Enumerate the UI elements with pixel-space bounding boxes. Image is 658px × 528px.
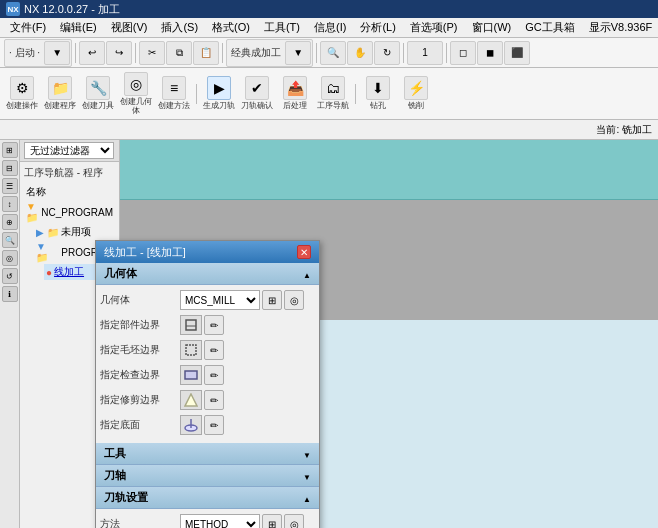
nav-item-name[interactable]: 名称: [24, 184, 115, 200]
form-row-check-bound: 指定检查边界 ✏: [100, 364, 315, 386]
tb-nav[interactable]: 🗂 工序导航: [315, 72, 351, 116]
menu-file[interactable]: 文件(F): [4, 18, 52, 37]
trim-bound-btn[interactable]: [180, 390, 202, 410]
tb-paste[interactable]: 📋: [193, 41, 219, 65]
dialog-title-bar[interactable]: 线加工 - [线加工] ✕: [96, 241, 319, 263]
side-btn-6[interactable]: 🔍: [2, 232, 18, 248]
side-strip: ⊞ ⊟ ☰ ↕ ⊕ 🔍 ◎ ↺ ℹ: [0, 140, 20, 528]
check-bound-btn[interactable]: [180, 365, 202, 385]
toolbar-row2: ⚙ 创建操作 📁 创建程序 🔧 创建刀具 ◎ 创建几何体 ≡ 创建方法 ▶ 生成…: [0, 68, 658, 120]
floor-control: ✏: [180, 415, 315, 435]
blank-bound-btn2[interactable]: ✏: [204, 340, 224, 360]
form-row-blank-bound: 指定毛坯边界 ✏: [100, 339, 315, 361]
part-bound-btn2[interactable]: ✏: [204, 315, 224, 335]
tb-zoom[interactable]: 🔍: [320, 41, 346, 65]
floor-btn[interactable]: [180, 415, 202, 435]
tb-render1[interactable]: ◻: [450, 41, 476, 65]
tb-cut[interactable]: ✂: [139, 41, 165, 65]
floor-btn2[interactable]: ✏: [204, 415, 224, 435]
tb-render2[interactable]: ◼: [477, 41, 503, 65]
tb-post[interactable]: 📤 后处理: [277, 72, 313, 116]
tb-render3[interactable]: ⬛: [504, 41, 530, 65]
dialog-title-text: 线加工 - [线加工]: [104, 245, 186, 260]
tb-num[interactable]: 1: [407, 41, 443, 65]
tb-create-op[interactable]: ⚙ 创建操作: [4, 72, 40, 116]
trim-bound-btn2[interactable]: ✏: [204, 390, 224, 410]
tb-redo[interactable]: ↪: [106, 41, 132, 65]
part-bound-label: 指定部件边界: [100, 318, 180, 332]
tb-pan[interactable]: ✋: [347, 41, 373, 65]
section-axis-header[interactable]: 刀轴: [96, 465, 319, 487]
geom-btn2[interactable]: ◎: [284, 290, 304, 310]
tb-copy[interactable]: ⧉: [166, 41, 192, 65]
menu-gc[interactable]: GC工具箱: [519, 18, 581, 37]
nav-icon-unused: ▶ 📁: [36, 227, 59, 238]
axis-arrow: [303, 470, 311, 482]
nx-logo-icon: NX: [6, 2, 20, 16]
start-group: · 启动 · ▼: [4, 39, 72, 67]
sep1: [75, 43, 76, 63]
nav-item-unused[interactable]: ▶ 📁 未用项: [34, 224, 115, 240]
side-btn-2[interactable]: ⊟: [2, 160, 18, 176]
section-tool-header[interactable]: 工具: [96, 443, 319, 465]
nav-icon-wire: ●: [46, 267, 52, 278]
menu-tools[interactable]: 工具(T): [258, 18, 306, 37]
form-row-geom: 几何体 MCS_MILL ⊞ ◎: [100, 289, 315, 311]
tb-create-geom[interactable]: ◎ 创建几何体: [118, 72, 154, 116]
start-dropdown[interactable]: ▼: [44, 41, 70, 65]
side-btn-5[interactable]: ⊕: [2, 214, 18, 230]
tool-arrow: [303, 448, 311, 460]
main-content: ⊞ ⊟ ☰ ↕ ⊕ 🔍 ◎ ↺ ℹ 无过滤过滤器 工序导航器 - 程序 名称 ▼…: [0, 140, 658, 528]
tb-drill[interactable]: ⬇ 钻孔: [360, 72, 396, 116]
app-title: NX 12.0.0.27 - 加工: [24, 2, 120, 17]
geom-btn1[interactable]: ⊞: [262, 290, 282, 310]
classic-dropdown[interactable]: ▼: [285, 41, 311, 65]
canvas-top: [120, 140, 658, 200]
menu-view[interactable]: 视图(V): [105, 18, 154, 37]
start-label: · 启动 ·: [6, 46, 43, 60]
method-control: METHOD ⊞ ◎: [180, 514, 315, 528]
tb-mill[interactable]: ⚡ 铣削: [398, 72, 434, 116]
classic-label: 经典成加工: [228, 46, 284, 60]
method-select[interactable]: METHOD: [180, 514, 260, 528]
form-row-method: 方法 METHOD ⊞ ◎: [100, 513, 315, 528]
filter-select[interactable]: 无过滤过滤器: [24, 142, 114, 159]
tb-undo[interactable]: ↩: [79, 41, 105, 65]
menu-info[interactable]: 信息(I): [308, 18, 352, 37]
geom-select[interactable]: MCS_MILL: [180, 290, 260, 310]
side-btn-1[interactable]: ⊞: [2, 142, 18, 158]
tb-create-tool[interactable]: 🔧 创建刀具: [80, 72, 116, 116]
menu-analyze[interactable]: 分析(L): [354, 18, 401, 37]
menu-display[interactable]: 显示V8.936F: [583, 18, 658, 37]
method-btn2[interactable]: ◎: [284, 514, 304, 528]
tb-create-method[interactable]: ≡ 创建方法: [156, 72, 192, 116]
menu-insert[interactable]: 插入(S): [155, 18, 204, 37]
side-btn-4[interactable]: ↕: [2, 196, 18, 212]
sep6: [446, 43, 447, 63]
side-btn-7[interactable]: ◎: [2, 250, 18, 266]
blank-bound-btn[interactable]: [180, 340, 202, 360]
geometry-arrow: [303, 268, 311, 280]
part-bound-btn[interactable]: [180, 315, 202, 335]
menu-window[interactable]: 窗口(W): [466, 18, 518, 37]
nav-item-nc[interactable]: ▼ 📁 NC_PROGRAM: [24, 200, 115, 224]
menu-format[interactable]: 格式(O): [206, 18, 256, 37]
dialog-close-button[interactable]: ✕: [297, 245, 311, 259]
dialog-content: 几何体 几何体 MCS_MILL ⊞ ◎ 指定部件边: [96, 263, 319, 528]
section-geometry-header[interactable]: 几何体: [96, 263, 319, 285]
side-btn-3[interactable]: ☰: [2, 178, 18, 194]
tb-verify[interactable]: ✔ 刀轨确认: [239, 72, 275, 116]
side-btn-8[interactable]: ↺: [2, 268, 18, 284]
side-btn-9[interactable]: ℹ: [2, 286, 18, 302]
nav-icon-nc: ▼ 📁: [26, 201, 39, 223]
tb-rotate[interactable]: ↻: [374, 41, 400, 65]
tb-generate[interactable]: ▶ 生成刀轨: [201, 72, 237, 116]
menu-edit[interactable]: 编辑(E): [54, 18, 103, 37]
tb-create-prog[interactable]: 📁 创建程序: [42, 72, 78, 116]
svg-marker-4: [185, 394, 197, 406]
menu-prefs[interactable]: 首选项(P): [404, 18, 464, 37]
check-bound-btn2[interactable]: ✏: [204, 365, 224, 385]
nav-label-wire: 线加工: [54, 265, 84, 279]
section-path-header[interactable]: 刀轨设置: [96, 487, 319, 509]
method-btn1[interactable]: ⊞: [262, 514, 282, 528]
